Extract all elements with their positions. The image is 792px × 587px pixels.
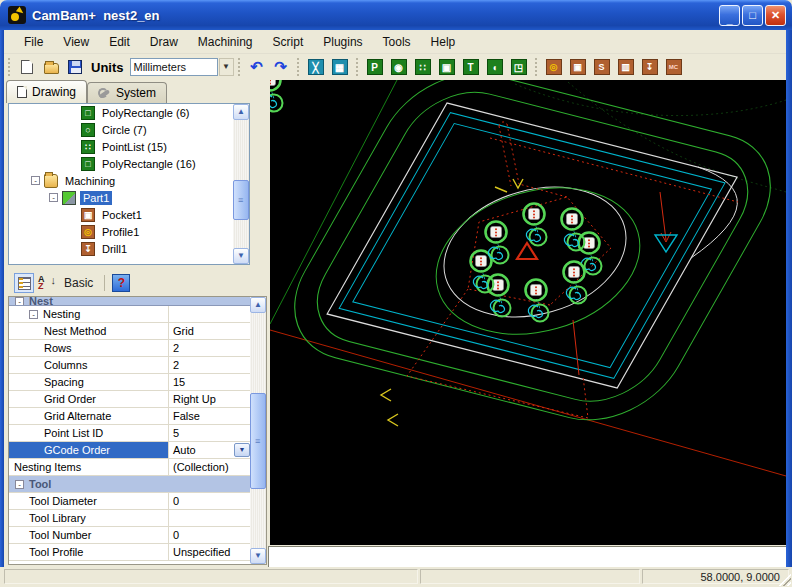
- resize-grip-icon[interactable]: [778, 573, 791, 586]
- property-tool-number[interactable]: Tool Number0: [9, 527, 251, 544]
- tree-item-machining[interactable]: -Machining: [9, 172, 249, 189]
- property-value[interactable]: 0: [173, 529, 179, 541]
- tree-item-label[interactable]: PolyRectangle (6): [99, 106, 192, 120]
- minimize-button[interactable]: _: [719, 5, 740, 26]
- tree-scrollbar[interactable]: ▲ ▼: [233, 104, 249, 264]
- drill-op-button[interactable]: ↧: [639, 56, 661, 78]
- property-value[interactable]: 0: [173, 495, 179, 507]
- property-nest-method[interactable]: Nest MethodGrid: [9, 323, 251, 340]
- tree-item-label[interactable]: Machining: [62, 174, 118, 188]
- property-rows[interactable]: Rows2: [9, 340, 251, 357]
- property-columns[interactable]: Columns2: [9, 357, 251, 374]
- tree-item-pocket1[interactable]: ▣Pocket1: [9, 206, 249, 223]
- menu-edit[interactable]: Edit: [99, 32, 140, 52]
- surface-button[interactable]: ◳: [508, 56, 530, 78]
- tree-item-label[interactable]: Profile1: [99, 225, 142, 239]
- tree-item-part1[interactable]: -Part1: [9, 189, 249, 206]
- expander-icon[interactable]: -: [29, 310, 38, 319]
- menu-draw[interactable]: Draw: [140, 32, 188, 52]
- scroll-up-icon[interactable]: ▲: [250, 297, 266, 313]
- menu-view[interactable]: View: [53, 32, 99, 52]
- undo-button[interactable]: ↶: [246, 56, 268, 78]
- tab-drawing[interactable]: Drawing: [6, 80, 87, 103]
- draw-circle-button[interactable]: ◉: [388, 56, 410, 78]
- scroll-down-icon[interactable]: ▼: [250, 548, 266, 564]
- propgrid-scroll-thumb[interactable]: [250, 393, 266, 489]
- tree-item-circle-7-[interactable]: ○Circle (7): [9, 121, 249, 138]
- open-file-button[interactable]: [40, 56, 62, 78]
- property-value[interactable]: Right Up: [173, 393, 216, 405]
- property-tool-profile[interactable]: Tool ProfileUnspecified: [9, 544, 251, 561]
- property-value[interactable]: 15: [173, 376, 185, 388]
- toolbar-grip[interactable]: [297, 58, 300, 76]
- gcode-button[interactable]: MC: [663, 56, 685, 78]
- property-value[interactable]: (Collection): [173, 461, 229, 473]
- property-value[interactable]: Unspecified: [173, 546, 230, 558]
- tree-scroll-thumb[interactable]: [233, 180, 249, 220]
- toolbar-grip[interactable]: [238, 58, 241, 76]
- tree-expander-icon[interactable]: -: [49, 193, 58, 202]
- propgrid-scrollbar[interactable]: ▲ ▼: [250, 297, 266, 564]
- property-tool-diameter[interactable]: Tool Diameter0: [9, 493, 251, 510]
- profile-op-button[interactable]: ◎: [543, 56, 565, 78]
- value-dropdown-icon[interactable]: ▼: [234, 443, 250, 457]
- toolbar-grip[interactable]: [535, 58, 538, 76]
- tree-item-label[interactable]: Circle (7): [99, 123, 150, 137]
- units-dropdown-arrow-icon[interactable]: ▼: [219, 58, 234, 76]
- grid-button[interactable]: ▦: [329, 56, 351, 78]
- point-list-button[interactable]: ∷: [412, 56, 434, 78]
- expander-icon[interactable]: -: [15, 297, 24, 305]
- units-select[interactable]: Millimeters: [130, 58, 218, 76]
- property-value[interactable]: False: [173, 410, 200, 422]
- sort-alphabetical-button[interactable]: AZ↓: [38, 276, 56, 290]
- menu-tools[interactable]: Tools: [373, 32, 421, 52]
- toolbar-grip[interactable]: [8, 58, 11, 76]
- tree-item-label[interactable]: Part1: [80, 191, 112, 205]
- snap-point-button[interactable]: ╳: [305, 56, 327, 78]
- menu-machining[interactable]: Machining: [188, 32, 263, 52]
- tree-item-label[interactable]: Drill1: [99, 242, 130, 256]
- save-file-button[interactable]: [64, 56, 86, 78]
- property-grid-order[interactable]: Grid OrderRight Up: [9, 391, 251, 408]
- property-value[interactable]: Auto: [173, 444, 196, 456]
- property-value[interactable]: 2: [173, 342, 179, 354]
- draw-rectangle-button[interactable]: ▣: [436, 56, 458, 78]
- property-nesting[interactable]: -Nesting: [9, 306, 251, 323]
- category-nest[interactable]: -Nest: [9, 297, 251, 306]
- property-value[interactable]: 2: [173, 359, 179, 371]
- text-button[interactable]: T: [460, 56, 482, 78]
- cad-viewport[interactable]: [270, 80, 786, 545]
- tree-item-label[interactable]: Pocket1: [99, 208, 145, 222]
- new-file-button[interactable]: [16, 56, 38, 78]
- close-button[interactable]: ✕: [765, 5, 786, 26]
- property-gcode-order[interactable]: GCode OrderAuto▼: [9, 442, 251, 459]
- menu-plugins[interactable]: Plugins: [313, 32, 372, 52]
- menu-help[interactable]: Help: [421, 32, 466, 52]
- pocket-op-button[interactable]: ▣: [567, 56, 589, 78]
- menu-script[interactable]: Script: [263, 32, 314, 52]
- arc-button[interactable]: ◖: [484, 56, 506, 78]
- tree-item-polyrectangle-16-[interactable]: □PolyRectangle (16): [9, 155, 249, 172]
- property-grid-alternate[interactable]: Grid AlternateFalse: [9, 408, 251, 425]
- property-point-list-id[interactable]: Point List ID5: [9, 425, 251, 442]
- polyline-button[interactable]: P: [364, 56, 386, 78]
- property-spacing[interactable]: Spacing15: [9, 374, 251, 391]
- tree-expander-icon[interactable]: -: [31, 176, 40, 185]
- redo-button[interactable]: ↷: [270, 56, 292, 78]
- tree-item-drill1[interactable]: ↧Drill1: [9, 240, 249, 257]
- property-tool-library[interactable]: Tool Library: [9, 510, 251, 527]
- engrave-op-button[interactable]: S: [591, 56, 613, 78]
- expander-icon[interactable]: -: [15, 480, 24, 489]
- maximize-button[interactable]: □: [742, 5, 763, 26]
- tree-item-profile1[interactable]: ◎Profile1: [9, 223, 249, 240]
- property-value[interactable]: Grid: [173, 325, 194, 337]
- tree-item-pointlist-15-[interactable]: ∷PointList (15): [9, 138, 249, 155]
- toolbar-grip[interactable]: [356, 58, 359, 76]
- scroll-up-icon[interactable]: ▲: [233, 104, 249, 120]
- tree-item-label[interactable]: PolyRectangle (16): [99, 157, 199, 171]
- scroll-down-icon[interactable]: ▼: [233, 248, 249, 264]
- property-nesting-items[interactable]: Nesting Items(Collection): [9, 459, 251, 476]
- help-button[interactable]: ?: [112, 274, 130, 292]
- category-tool[interactable]: -Tool: [9, 476, 251, 493]
- tree-item-label[interactable]: PointList (15): [99, 140, 170, 154]
